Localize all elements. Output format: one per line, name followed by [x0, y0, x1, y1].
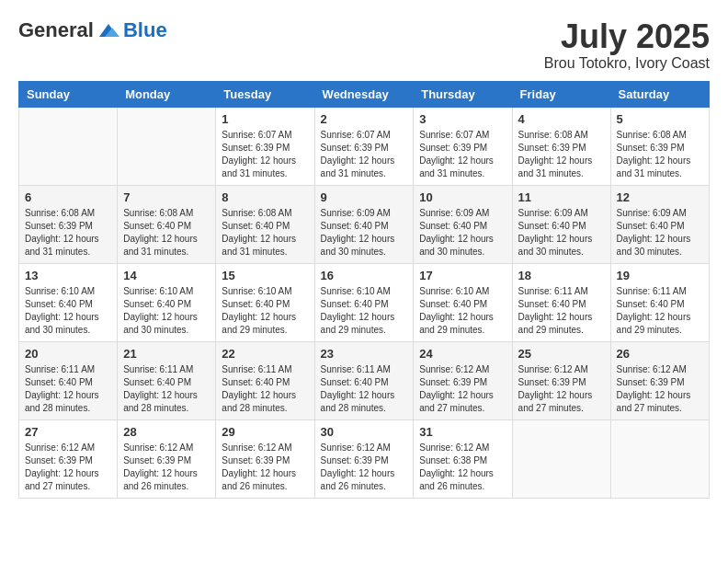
calendar-cell: 19Sunrise: 6:11 AM Sunset: 6:40 PM Dayli…	[610, 263, 709, 341]
calendar-cell: 13Sunrise: 6:10 AM Sunset: 6:40 PM Dayli…	[19, 263, 118, 341]
calendar-cell	[512, 419, 610, 498]
day-number: 8	[222, 190, 308, 204]
day-number: 21	[123, 347, 210, 361]
calendar-cell: 5Sunrise: 6:08 AM Sunset: 6:39 PM Daylig…	[610, 107, 709, 185]
day-info: Sunrise: 6:12 AM Sunset: 6:39 PM Dayligh…	[518, 363, 605, 415]
day-info: Sunrise: 6:11 AM Sunset: 6:40 PM Dayligh…	[25, 363, 111, 415]
day-info: Sunrise: 6:09 AM Sunset: 6:40 PM Dayligh…	[321, 207, 408, 259]
day-info: Sunrise: 6:09 AM Sunset: 6:40 PM Dayligh…	[518, 207, 605, 259]
day-number: 20	[25, 347, 111, 361]
day-number: 31	[419, 425, 506, 439]
calendar-cell: 3Sunrise: 6:07 AM Sunset: 6:39 PM Daylig…	[414, 107, 512, 185]
calendar-cell: 10Sunrise: 6:09 AM Sunset: 6:40 PM Dayli…	[414, 185, 512, 263]
day-number: 6	[25, 190, 111, 204]
calendar-cell: 31Sunrise: 6:12 AM Sunset: 6:38 PM Dayli…	[414, 419, 512, 498]
day-number: 9	[321, 190, 408, 204]
calendar-week-row: 6Sunrise: 6:08 AM Sunset: 6:39 PM Daylig…	[19, 185, 710, 263]
day-info: Sunrise: 6:08 AM Sunset: 6:39 PM Dayligh…	[25, 207, 111, 259]
day-info: Sunrise: 6:10 AM Sunset: 6:40 PM Dayligh…	[419, 285, 506, 337]
day-number: 10	[419, 190, 506, 204]
calendar-week-row: 27Sunrise: 6:12 AM Sunset: 6:39 PM Dayli…	[19, 419, 710, 498]
day-number: 25	[518, 347, 605, 361]
calendar-cell: 28Sunrise: 6:12 AM Sunset: 6:39 PM Dayli…	[118, 419, 216, 498]
day-info: Sunrise: 6:11 AM Sunset: 6:40 PM Dayligh…	[518, 285, 605, 337]
calendar-cell: 24Sunrise: 6:12 AM Sunset: 6:39 PM Dayli…	[414, 341, 512, 419]
logo-general-text: General	[18, 18, 94, 42]
day-number: 4	[518, 112, 605, 126]
day-info: Sunrise: 6:07 AM Sunset: 6:39 PM Dayligh…	[419, 129, 506, 180]
calendar-week-row: 13Sunrise: 6:10 AM Sunset: 6:40 PM Dayli…	[19, 263, 710, 341]
calendar-cell: 1Sunrise: 6:07 AM Sunset: 6:39 PM Daylig…	[216, 107, 314, 185]
day-number: 29	[222, 425, 308, 439]
calendar-cell: 12Sunrise: 6:09 AM Sunset: 6:40 PM Dayli…	[610, 185, 709, 263]
day-info: Sunrise: 6:08 AM Sunset: 6:39 PM Dayligh…	[518, 129, 605, 180]
day-info: Sunrise: 6:07 AM Sunset: 6:39 PM Dayligh…	[321, 129, 408, 180]
day-info: Sunrise: 6:12 AM Sunset: 6:39 PM Dayligh…	[123, 442, 210, 493]
calendar-cell: 25Sunrise: 6:12 AM Sunset: 6:39 PM Dayli…	[512, 341, 610, 419]
day-info: Sunrise: 6:11 AM Sunset: 6:40 PM Dayligh…	[222, 363, 308, 415]
day-info: Sunrise: 6:09 AM Sunset: 6:40 PM Dayligh…	[617, 207, 703, 259]
calendar-cell: 20Sunrise: 6:11 AM Sunset: 6:40 PM Dayli…	[19, 341, 118, 419]
day-number: 22	[222, 347, 308, 361]
weekday-header: Wednesday	[314, 81, 414, 107]
day-number: 24	[419, 347, 506, 361]
day-info: Sunrise: 6:09 AM Sunset: 6:40 PM Dayligh…	[419, 207, 506, 259]
day-number: 30	[321, 425, 408, 439]
weekday-header-row: SundayMondayTuesdayWednesdayThursdayFrid…	[19, 81, 710, 107]
day-number: 19	[617, 269, 703, 282]
calendar-cell	[610, 419, 709, 498]
weekday-header: Monday	[118, 81, 216, 107]
calendar-cell: 26Sunrise: 6:12 AM Sunset: 6:39 PM Dayli…	[610, 341, 709, 419]
day-number: 3	[419, 112, 506, 126]
day-info: Sunrise: 6:10 AM Sunset: 6:40 PM Dayligh…	[25, 285, 111, 337]
calendar-cell: 4Sunrise: 6:08 AM Sunset: 6:39 PM Daylig…	[512, 107, 610, 185]
calendar-cell: 2Sunrise: 6:07 AM Sunset: 6:39 PM Daylig…	[314, 107, 414, 185]
calendar-cell: 16Sunrise: 6:10 AM Sunset: 6:40 PM Dayli…	[314, 263, 414, 341]
day-number: 14	[123, 269, 210, 282]
day-number: 26	[617, 347, 703, 361]
calendar-cell: 29Sunrise: 6:12 AM Sunset: 6:39 PM Dayli…	[216, 419, 314, 498]
calendar-cell	[118, 107, 216, 185]
day-info: Sunrise: 6:08 AM Sunset: 6:39 PM Dayligh…	[617, 129, 703, 180]
weekday-header: Sunday	[19, 81, 118, 107]
location-title: Brou Totokro, Ivory Coast	[544, 55, 710, 72]
day-number: 23	[321, 347, 408, 361]
day-info: Sunrise: 6:11 AM Sunset: 6:40 PM Dayligh…	[123, 363, 210, 415]
day-number: 1	[222, 112, 308, 126]
day-number: 27	[25, 425, 111, 439]
calendar-cell: 14Sunrise: 6:10 AM Sunset: 6:40 PM Dayli…	[118, 263, 216, 341]
day-number: 16	[321, 269, 408, 282]
calendar-table: SundayMondayTuesdayWednesdayThursdayFrid…	[18, 81, 710, 499]
day-number: 28	[123, 425, 210, 439]
day-info: Sunrise: 6:12 AM Sunset: 6:39 PM Dayligh…	[617, 363, 703, 415]
day-number: 7	[123, 190, 210, 204]
day-info: Sunrise: 6:12 AM Sunset: 6:39 PM Dayligh…	[222, 442, 308, 493]
day-info: Sunrise: 6:10 AM Sunset: 6:40 PM Dayligh…	[222, 285, 308, 337]
calendar-week-row: 1Sunrise: 6:07 AM Sunset: 6:39 PM Daylig…	[19, 107, 710, 185]
calendar-week-row: 20Sunrise: 6:11 AM Sunset: 6:40 PM Dayli…	[19, 341, 710, 419]
calendar-cell: 30Sunrise: 6:12 AM Sunset: 6:39 PM Dayli…	[314, 419, 414, 498]
day-info: Sunrise: 6:11 AM Sunset: 6:40 PM Dayligh…	[321, 363, 408, 415]
calendar-cell: 11Sunrise: 6:09 AM Sunset: 6:40 PM Dayli…	[512, 185, 610, 263]
day-number: 12	[617, 190, 703, 204]
day-info: Sunrise: 6:08 AM Sunset: 6:40 PM Dayligh…	[123, 207, 210, 259]
calendar-cell: 7Sunrise: 6:08 AM Sunset: 6:40 PM Daylig…	[118, 185, 216, 263]
day-info: Sunrise: 6:10 AM Sunset: 6:40 PM Dayligh…	[321, 285, 408, 337]
calendar-cell: 18Sunrise: 6:11 AM Sunset: 6:40 PM Dayli…	[512, 263, 610, 341]
calendar-cell: 21Sunrise: 6:11 AM Sunset: 6:40 PM Dayli…	[118, 341, 216, 419]
calendar-cell: 23Sunrise: 6:11 AM Sunset: 6:40 PM Dayli…	[314, 341, 414, 419]
logo: General Blue	[18, 18, 167, 42]
weekday-header: Thursday	[414, 81, 512, 107]
day-number: 18	[518, 269, 605, 282]
day-number: 13	[25, 269, 111, 282]
day-info: Sunrise: 6:07 AM Sunset: 6:39 PM Dayligh…	[222, 129, 308, 180]
calendar-cell: 8Sunrise: 6:08 AM Sunset: 6:40 PM Daylig…	[216, 185, 314, 263]
logo-icon	[96, 20, 121, 40]
day-number: 5	[617, 112, 703, 126]
calendar-cell: 17Sunrise: 6:10 AM Sunset: 6:40 PM Dayli…	[414, 263, 512, 341]
month-title: July 2025	[544, 18, 710, 55]
day-info: Sunrise: 6:08 AM Sunset: 6:40 PM Dayligh…	[222, 207, 308, 259]
calendar-cell: 6Sunrise: 6:08 AM Sunset: 6:39 PM Daylig…	[19, 185, 118, 263]
day-number: 2	[321, 112, 408, 126]
day-number: 17	[419, 269, 506, 282]
